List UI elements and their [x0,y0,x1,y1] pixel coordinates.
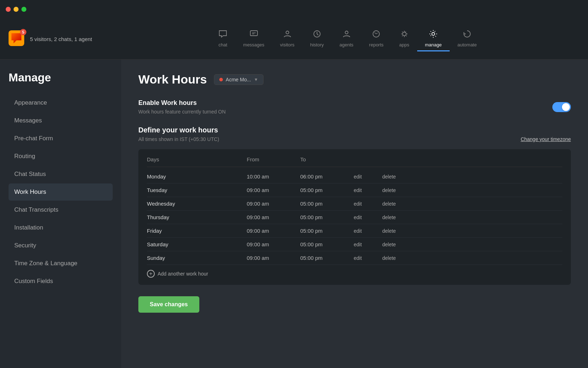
nav-label-visitors: visitors [280,42,294,47]
delete-friday[interactable]: delete [382,228,411,234]
delete-sunday[interactable]: delete [382,255,411,261]
maximize-button[interactable] [21,7,26,12]
nav-item-messages[interactable]: messages [235,26,272,51]
edit-tuesday[interactable]: edit [354,187,382,193]
sidebar-title: Manage [9,71,113,84]
section-subtitle-row: All times shown in IST (+05:30 UTC) Chan… [138,136,571,142]
hours-table-header: Days From To [147,156,562,167]
to-thursday: 05:00 pm [300,214,354,220]
table-row: Thursday 09:00 am 05:00 pm edit delete [147,211,562,224]
sidebar-item-chat-status[interactable]: Chat Status [9,166,113,183]
nav-label-automate: automate [457,42,477,47]
visitors-icon [283,29,292,40]
sidebar-item-timezone-language[interactable]: Time Zone & Language [9,255,113,272]
topnav-nav: chat messages visitors [116,26,579,51]
topnav-left: 5 5 visitors, 2 chats, 1 agent [9,30,116,47]
delete-saturday[interactable]: delete [382,242,411,247]
to-friday: 05:00 pm [300,228,354,234]
chat-icon [218,29,227,40]
svg-point-6 [345,31,348,34]
nav-item-manage[interactable]: manage [417,26,450,51]
sidebar-item-work-hours[interactable]: Work Hours [9,183,113,201]
edit-sunday[interactable]: edit [354,255,382,261]
page-title: Work Hours [138,72,207,86]
svg-rect-3 [250,31,257,36]
enable-row: Enable Work hours Work hours feature cur… [138,99,571,115]
nav-item-reports[interactable]: reports [361,26,391,51]
to-tuesday: 05:00 pm [300,187,354,193]
sidebar-item-custom-fields[interactable]: Custom Fields [9,273,113,290]
day-sunday: Sunday [147,255,247,261]
nav-item-history[interactable]: history [302,26,332,51]
close-button[interactable] [6,7,11,12]
table-row: Tuesday 09:00 am 05:00 pm edit delete [147,183,562,197]
nav-label-reports: reports [369,42,383,47]
page-header: Work Hours Acme Mo... ▼ [138,72,571,86]
edit-saturday[interactable]: edit [354,242,382,247]
svg-point-9 [432,32,435,35]
timezone-info: All times shown in IST (+05:30 UTC) [138,136,219,142]
edit-monday[interactable]: edit [354,174,382,180]
apps-icon [400,29,409,40]
from-thursday: 09:00 am [247,214,300,220]
group-selector[interactable]: Acme Mo... ▼ [214,74,264,85]
visitor-count: 5 visitors, 2 chats, 1 agent [30,36,92,42]
sidebar-item-routing[interactable]: Routing [9,148,113,165]
nav-item-apps[interactable]: apps [392,26,417,51]
edit-thursday[interactable]: edit [354,215,382,220]
from-friday: 09:00 am [247,228,300,234]
day-thursday: Thursday [147,214,247,220]
nav-item-chat[interactable]: chat [210,26,235,51]
table-row: Wednesday 09:00 am 05:00 pm edit delete [147,197,562,211]
nav-label-messages: messages [243,42,264,47]
delete-thursday[interactable]: delete [382,215,411,220]
agents-icon [342,29,351,40]
svg-point-8 [403,32,406,36]
col-actions [354,156,562,162]
table-row: Friday 09:00 am 05:00 pm edit delete [147,224,562,238]
col-days: Days [147,156,247,162]
table-row: Monday 10:00 am 06:00 pm edit delete [147,170,562,183]
enable-text: Enable Work hours Work hours feature cur… [138,99,226,115]
from-wednesday: 09:00 am [247,201,300,207]
nav-label-agents: agents [339,42,353,47]
change-timezone-link[interactable]: Change your timezone [521,136,571,142]
table-row: Saturday 09:00 am 05:00 pm edit delete [147,238,562,251]
nav-item-automate[interactable]: automate [450,26,485,51]
to-monday: 06:00 pm [300,173,354,180]
delete-tuesday[interactable]: delete [382,187,411,193]
enable-section: Enable Work hours Work hours feature cur… [138,99,571,115]
delete-monday[interactable]: delete [382,174,411,180]
add-work-hour-row[interactable]: + Add another work hour [147,265,562,278]
nav-item-agents[interactable]: agents [332,26,361,51]
day-friday: Friday [147,228,247,234]
save-changes-button[interactable]: Save changes [138,296,199,313]
edit-wednesday[interactable]: edit [354,201,382,207]
sidebar-item-pre-chat-form[interactable]: Pre-chat Form [9,130,113,147]
sidebar-item-security[interactable]: Security [9,237,113,254]
edit-friday[interactable]: edit [354,228,382,234]
work-hours-toggle[interactable] [552,102,571,112]
day-saturday: Saturday [147,241,247,247]
nav-label-chat: chat [219,42,227,47]
enable-description: Work hours feature currently turned ON [138,109,226,115]
svg-point-4 [286,31,289,34]
chevron-down-icon: ▼ [254,77,258,82]
traffic-lights [6,7,26,12]
delete-wednesday[interactable]: delete [382,201,411,207]
sidebar-item-messages[interactable]: Messages [9,112,113,129]
sidebar-item-chat-transcripts[interactable]: Chat Transcripts [9,201,113,218]
logo-wrap: 5 [9,30,24,47]
history-icon [312,29,322,40]
define-section: Define your work hours All times shown i… [138,126,571,142]
sidebar-item-appearance[interactable]: Appearance [9,94,113,111]
hours-table: Days From To Monday 10:00 am 06:00 pm ed… [138,149,571,285]
reports-icon [372,29,381,40]
automate-icon [462,29,472,40]
group-name: Acme Mo... [226,77,251,82]
sidebar-item-installation[interactable]: Installation [9,219,113,236]
nav-item-visitors[interactable]: visitors [272,26,302,51]
enable-title: Enable Work hours [138,99,226,107]
minimize-button[interactable] [14,7,19,12]
to-saturday: 05:00 pm [300,241,354,247]
